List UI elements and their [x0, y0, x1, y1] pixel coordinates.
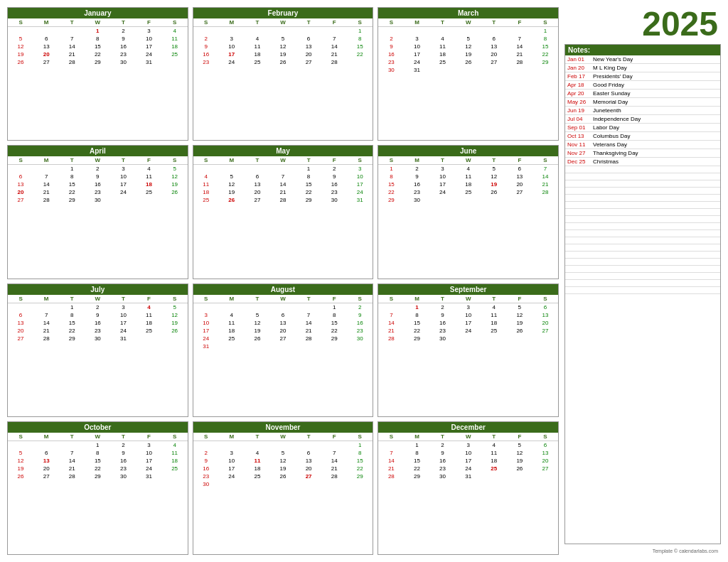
calendar-day: [296, 480, 321, 488]
calendar-day: 8: [59, 173, 85, 180]
month-july: JulySMTWTFS12345678910111213141516171819…: [7, 283, 188, 417]
month-february: FebruarySMTWTFS1234567891011121314151617…: [193, 7, 374, 141]
calendar-day: 20: [33, 50, 59, 58]
calendar-day: 19: [456, 50, 481, 58]
calendar-day: [33, 27, 59, 36]
calendar-day: 19: [162, 180, 188, 188]
calendar-day: 13: [33, 43, 59, 50]
calendar-day: 20: [8, 327, 33, 335]
holiday-row: Jun 19Juneteenth: [565, 107, 720, 115]
calendar-day: 26: [481, 188, 507, 196]
calendar-day: 5: [507, 441, 532, 449]
notes-empty-row: [565, 223, 720, 230]
calendar-day: 14: [33, 180, 59, 188]
calendar-day: 22: [321, 327, 347, 335]
calendar-day: 26: [219, 196, 245, 204]
calendar-day: 4: [430, 35, 456, 43]
calendar-day: 7: [321, 449, 347, 457]
calendar-day: 7: [59, 35, 85, 43]
calendar-day: 31: [136, 472, 161, 480]
calendar-day: [378, 27, 404, 36]
calendar-day: 28: [33, 335, 59, 342]
calendar-day: 7: [59, 449, 85, 457]
calendar-day: [193, 165, 219, 173]
month-april: AprilSMTWTFS1234567891011121314151617181…: [7, 145, 188, 279]
calendar-day: 28: [270, 196, 296, 204]
calendar-day: 22: [59, 188, 85, 196]
calendar-day: 27: [33, 472, 59, 480]
calendar-day: 3: [404, 35, 429, 43]
calendar-day: 21: [33, 188, 59, 196]
calendar-day: 2: [110, 441, 136, 449]
calendar-day: 22: [59, 327, 85, 335]
calendar-day: 26: [162, 188, 188, 196]
calendar-day: 18: [162, 43, 188, 50]
holiday-date: Jan 20: [565, 64, 591, 72]
month-march: MarchSMTWTFS1234567891011121314151617181…: [378, 7, 559, 141]
calendar-day: 11: [481, 449, 507, 457]
calendar-day: 3: [110, 165, 136, 173]
calendar-day: 10: [136, 35, 161, 43]
calendar-day: [33, 441, 59, 449]
calendar-day: 14: [59, 43, 85, 50]
calendar-day: 22: [85, 465, 110, 472]
calendar-day: 17: [136, 43, 161, 50]
calendar-day: 30: [321, 196, 347, 204]
calendar-day: 21: [378, 327, 404, 335]
calendar-day: 5: [162, 303, 188, 311]
calendar-day: 29: [59, 196, 85, 204]
calendar-day: 31: [404, 66, 429, 74]
calendar-day: 3: [110, 303, 136, 311]
holiday-date: Jan 01: [565, 55, 591, 64]
calendar-day: 11: [430, 43, 456, 50]
calendar-day: 21: [507, 50, 532, 58]
calendar-day: [59, 441, 85, 449]
calendar-day: 4: [136, 165, 161, 173]
calendar-day: 12: [270, 43, 296, 50]
calendar-day: 3: [430, 165, 456, 173]
notes-empty-row: [565, 173, 720, 180]
calendar-day: 17: [456, 319, 481, 327]
calendar-day: 25: [456, 188, 481, 196]
calendar-day: 5: [219, 173, 245, 180]
calendar-day: 10: [456, 449, 481, 457]
notes-empty-row: [565, 180, 720, 188]
calendar-day: [532, 196, 558, 204]
calendar-day: 19: [219, 188, 245, 196]
calendar-day: [532, 472, 558, 480]
holiday-row: Jan 01New Year's Day: [565, 55, 720, 64]
calendar-day: 24: [404, 58, 429, 66]
calendar-day: 18: [136, 180, 161, 188]
calendar-day: 9: [110, 35, 136, 43]
calendar-day: 12: [162, 311, 188, 319]
calendar-day: 18: [456, 180, 481, 188]
holiday-row: Nov 11Veterans Day: [565, 141, 720, 149]
calendar-day: 17: [347, 180, 373, 188]
calendar-day: 16: [347, 319, 373, 327]
calendar-day: 12: [219, 180, 245, 188]
calendar-day: 28: [378, 472, 404, 480]
notes-empty-row: [565, 188, 720, 195]
month-december: DecemberSMTWTFS1234567891011121314151617…: [378, 421, 559, 555]
calendar-day: 20: [296, 465, 321, 472]
calendar-day: 14: [270, 180, 296, 188]
calendar-day: 23: [378, 58, 404, 66]
calendar-day: 22: [532, 50, 558, 58]
calendar-day: [219, 27, 245, 36]
calendar-day: 2: [430, 303, 456, 311]
calendar-day: 22: [404, 327, 429, 335]
calendar-day: 5: [8, 35, 33, 43]
calendar-day: 5: [270, 449, 296, 457]
holiday-name: Labor Day: [591, 124, 720, 132]
calendar-day: 29: [532, 58, 558, 66]
calendar-day: 19: [8, 465, 33, 472]
calendar-day: 20: [532, 457, 558, 465]
notes-empty-row: [565, 166, 720, 173]
calendar-day: 6: [33, 449, 59, 457]
calendar-day: [347, 342, 373, 350]
calendar-day: 21: [378, 465, 404, 472]
calendar-day: [296, 27, 321, 36]
calendar-day: 18: [245, 465, 270, 472]
calendar-day: 27: [481, 58, 507, 66]
calendar-day: [296, 303, 321, 311]
